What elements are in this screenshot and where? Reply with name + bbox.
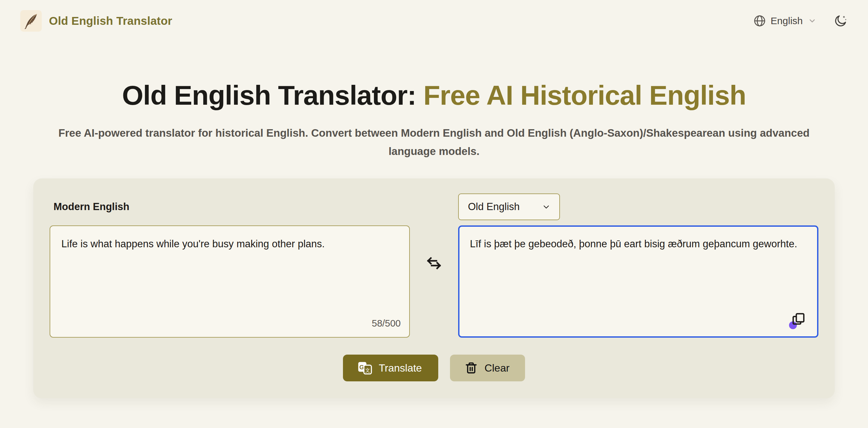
actions-row: G 文 Translate Clear bbox=[50, 355, 818, 381]
char-counter: 58/500 bbox=[372, 316, 401, 331]
source-textarea[interactable]: Life is what happens while you're busy m… bbox=[50, 225, 410, 338]
copy-icon[interactable] bbox=[791, 311, 806, 327]
clear-button[interactable]: Clear bbox=[450, 355, 525, 381]
brand[interactable]: Old English Translator bbox=[20, 10, 172, 32]
target-column: Old English Līf is þæt þe gebeodeð, þonn… bbox=[458, 193, 818, 338]
target-textarea[interactable]: Līf is þæt þe gebeodeð, þonne þū eart bi… bbox=[458, 225, 818, 338]
moon-stars-icon[interactable] bbox=[833, 14, 848, 28]
translator-panel: Modern English Life is what happens whil… bbox=[33, 178, 835, 398]
language-label: English bbox=[771, 15, 803, 26]
quill-icon bbox=[20, 10, 42, 32]
translate-button[interactable]: G 文 Translate bbox=[343, 355, 438, 381]
swap-cell bbox=[410, 193, 458, 338]
page-title: Old English Translator: Free AI Historic… bbox=[0, 80, 868, 110]
trash-icon bbox=[464, 361, 478, 375]
header: Old English Translator English bbox=[0, 0, 868, 42]
clear-label: Clear bbox=[485, 362, 509, 374]
page-subtitle: Free AI-powered translator for historica… bbox=[36, 124, 832, 160]
svg-text:文: 文 bbox=[365, 367, 370, 373]
page-title-accent: Free AI Historical English bbox=[423, 80, 746, 110]
svg-text:G: G bbox=[359, 364, 364, 370]
page-title-prefix: Old English Translator: bbox=[122, 80, 416, 110]
translate-label: Translate bbox=[379, 362, 422, 374]
globe-icon bbox=[753, 14, 766, 27]
target-text: Līf is þæt þe gebeodeð, þonne þū eart bi… bbox=[470, 238, 797, 250]
hero: Old English Translator: Free AI Historic… bbox=[0, 80, 868, 160]
source-column: Modern English Life is what happens whil… bbox=[50, 193, 410, 338]
source-text: Life is what happens while you're busy m… bbox=[61, 238, 325, 250]
target-language-value: Old English bbox=[468, 201, 520, 213]
source-language-label: Modern English bbox=[50, 201, 129, 213]
header-right: English bbox=[753, 14, 848, 28]
site-title: Old English Translator bbox=[49, 14, 172, 27]
select-chevron-down-icon bbox=[542, 202, 551, 211]
translate-icon: G 文 bbox=[357, 360, 372, 375]
target-language-select[interactable]: Old English bbox=[458, 193, 560, 220]
language-selector[interactable]: English bbox=[753, 14, 816, 27]
chevron-down-icon bbox=[808, 17, 816, 25]
swap-arrows-icon[interactable] bbox=[425, 254, 443, 273]
